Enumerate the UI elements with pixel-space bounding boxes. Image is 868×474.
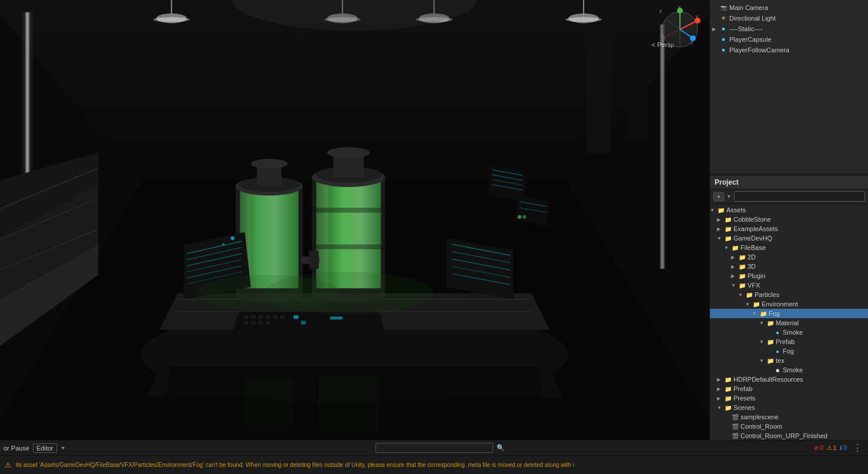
label-dir-light: Directional Light bbox=[729, 15, 776, 22]
tree-item-24[interactable]: 🎬Control_Room_URP_Finished bbox=[710, 431, 868, 440]
bottom-toolbar: or Pause Editor ▼ 🔍 ⊘ 0 ⚠ 1 ℹ 0 bbox=[0, 440, 868, 456]
editor-button[interactable]: Editor bbox=[33, 443, 57, 453]
tree-icon-7: 📁 bbox=[738, 272, 746, 280]
svg-rect-45 bbox=[316, 182, 329, 289]
tree-arrow-14: ▼ bbox=[759, 339, 766, 345]
tree-icon-14: 📁 bbox=[766, 338, 775, 346]
tree-arrow-18: ▶ bbox=[717, 377, 724, 382]
tree-arrow-19: ▶ bbox=[717, 386, 724, 392]
tree-item-22[interactable]: 🎬samplescene bbox=[710, 412, 868, 422]
project-add-button[interactable]: + bbox=[713, 192, 724, 201]
svg-point-61 bbox=[231, 236, 234, 240]
tree-item-8[interactable]: ▼📁VFX bbox=[710, 281, 868, 290]
svg-rect-75 bbox=[243, 315, 248, 319]
warn-badge[interactable]: ⚠ 1 bbox=[827, 445, 837, 451]
error-badge[interactable]: ⊘ 0 bbox=[814, 445, 823, 451]
cube-icon-follow-cam: ■ bbox=[719, 46, 728, 54]
console-message-bar: ⚠ its asset 'Assets/GameDevHQ/FileBase/V… bbox=[0, 456, 868, 474]
tree-item-5[interactable]: ▶📁2D bbox=[710, 252, 868, 262]
info-badge[interactable]: ℹ 0 bbox=[840, 445, 847, 451]
more-button[interactable]: ⋮ bbox=[850, 442, 864, 453]
hierarchy-item-player-capsule[interactable]: ■ PlayerCapsule bbox=[710, 34, 868, 45]
tree-label-11: Fog bbox=[769, 310, 780, 317]
tree-item-14[interactable]: ▼📁Prefab bbox=[710, 337, 868, 346]
tree-item-18[interactable]: ▶📁HDRPDefaultResources bbox=[710, 375, 868, 384]
tree-item-9[interactable]: ▼📁Particles bbox=[710, 290, 868, 299]
tree-icon-20: 📁 bbox=[724, 394, 732, 402]
scene-viewport[interactable]: < Persp X Y Z bbox=[0, 0, 709, 440]
tree-label-15: Fog bbox=[783, 348, 794, 355]
hierarchy-item-main-camera[interactable]: 📷 Main Camera bbox=[710, 2, 868, 13]
tree-item-12[interactable]: ▼📁Material bbox=[710, 318, 868, 328]
svg-point-97 bbox=[263, 272, 434, 315]
tree-item-4[interactable]: ▼📁FileBase bbox=[710, 243, 868, 252]
tree-item-16[interactable]: ▼📁tex bbox=[710, 356, 868, 365]
project-tree[interactable]: ▼📁Assets▶📁CobbleStone▶📁ExampleAssets▼📁Ga… bbox=[710, 204, 868, 440]
label-main-camera: Main Camera bbox=[729, 4, 768, 11]
tree-item-6[interactable]: ▶📁3D bbox=[710, 262, 868, 271]
tree-arrow-21: ▼ bbox=[717, 405, 724, 410]
tree-arrow-20: ▶ bbox=[717, 396, 724, 401]
tree-item-15[interactable]: ●Fog bbox=[710, 346, 868, 356]
hierarchy-item-static[interactable]: ▶ ■ ----Static---- bbox=[710, 24, 868, 34]
warn-count: 1 bbox=[833, 445, 837, 451]
tree-icon-11: 📁 bbox=[759, 309, 768, 318]
cube-icon-static: ■ bbox=[719, 25, 728, 33]
tree-icon-8: 📁 bbox=[738, 281, 746, 289]
tree-label-21: Scenes bbox=[733, 404, 755, 411]
tree-container: ▼📁Assets▶📁CobbleStone▶📁ExampleAssets▼📁Ga… bbox=[710, 205, 868, 440]
panel-divider bbox=[710, 173, 868, 174]
tree-arrow-11: ▼ bbox=[752, 311, 759, 316]
tree-icon-10: 📁 bbox=[752, 300, 760, 308]
right-panel: 📷 Main Camera ☀ Directional Light ▶ ■ --… bbox=[709, 0, 868, 440]
tree-item-11[interactable]: ▼📁Fog bbox=[710, 309, 868, 318]
scene-gizmo[interactable]: X Y Z z bbox=[656, 6, 703, 53]
tree-item-20[interactable]: ▶📁Presets bbox=[710, 393, 868, 403]
tree-item-1[interactable]: ▶📁CobbleStone bbox=[710, 215, 868, 224]
label-follow-camera: PlayerFollowCamera bbox=[729, 46, 789, 54]
svg-point-92 bbox=[522, 215, 526, 219]
tree-item-2[interactable]: ▶📁ExampleAssets bbox=[710, 224, 868, 233]
cube-icon-player: ■ bbox=[719, 35, 728, 44]
label-player-capsule: PlayerCapsule bbox=[729, 36, 772, 43]
tree-item-10[interactable]: ▼📁Environment bbox=[710, 299, 868, 309]
svg-rect-78 bbox=[266, 315, 270, 319]
main-row: < Persp X Y Z bbox=[0, 0, 868, 440]
project-search-input[interactable] bbox=[734, 191, 865, 202]
tree-label-10: Environment bbox=[762, 301, 798, 308]
tree-arrow-2: ▶ bbox=[717, 226, 724, 232]
tree-item-23[interactable]: 🎬Control_Room bbox=[710, 422, 868, 431]
hierarchy-item-follow-camera[interactable]: ■ PlayerFollowCamera bbox=[710, 45, 868, 55]
tree-arrow-12: ▼ bbox=[759, 321, 766, 326]
dropdown-arrow-icon: ▼ bbox=[726, 193, 732, 199]
tree-icon-15: ● bbox=[773, 347, 782, 355]
tree-icon-2: 📁 bbox=[724, 225, 732, 233]
tree-icon-16: 📁 bbox=[766, 356, 775, 365]
svg-text:Y: Y bbox=[678, 6, 681, 10]
hierarchy-item-dir-light[interactable]: ☀ Directional Light bbox=[710, 13, 868, 24]
tree-item-19[interactable]: ▶📁Prefab bbox=[710, 384, 868, 393]
tree-item-7[interactable]: ▶📁Plugin bbox=[710, 271, 868, 281]
svg-text:z: z bbox=[659, 8, 662, 14]
svg-point-7 bbox=[153, 17, 190, 22]
tree-item-13[interactable]: ●Smoke bbox=[710, 328, 868, 337]
tree-label-6: 3D bbox=[748, 263, 756, 270]
svg-point-91 bbox=[518, 215, 521, 219]
console-text: its asset 'Assets/GameDevHQ/FileBase/VFX… bbox=[16, 462, 574, 468]
tree-arrow-1: ▶ bbox=[717, 217, 724, 222]
tree-label-14: Prefab bbox=[776, 338, 795, 345]
tree-label-7: Plugin bbox=[748, 272, 766, 279]
svg-rect-25 bbox=[587, 31, 611, 153]
tree-item-17[interactable]: ■Smoke bbox=[710, 365, 868, 375]
tree-label-2: ExampleAssets bbox=[733, 225, 778, 232]
svg-rect-87 bbox=[330, 316, 343, 319]
svg-rect-47 bbox=[312, 245, 386, 249]
tree-item-0[interactable]: ▼📁Assets bbox=[710, 205, 868, 215]
console-search-input[interactable] bbox=[376, 443, 493, 453]
error-icon: ⊘ bbox=[814, 445, 819, 451]
tree-item-3[interactable]: ▼📁GameDevHQ bbox=[710, 233, 868, 243]
tree-item-21[interactable]: ▼📁Scenes bbox=[710, 403, 868, 412]
tree-label-20: Presets bbox=[733, 395, 755, 402]
editor-dropdown-icon[interactable]: ▼ bbox=[61, 445, 66, 451]
tree-label-4: FileBase bbox=[740, 244, 766, 251]
